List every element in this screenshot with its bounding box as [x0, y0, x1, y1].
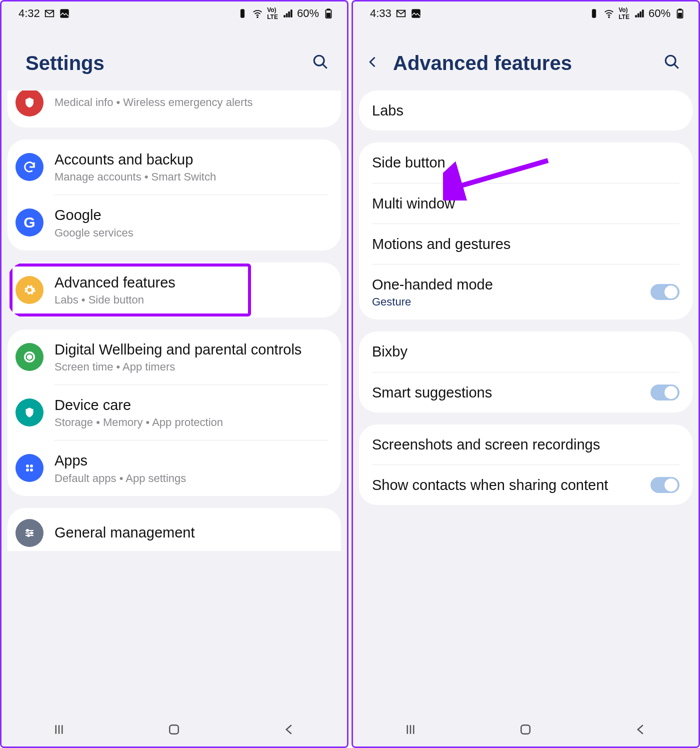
svg-point-15 — [28, 534, 30, 536]
gallery-icon — [59, 8, 70, 19]
google-icon: G — [16, 208, 44, 236]
signal-icon — [634, 8, 644, 19]
settings-card-advanced: Advanced features Labs • Side button — [8, 262, 341, 318]
card-labs: Labs — [359, 90, 692, 130]
settings-item-subtitle: Screen time • App timers — [54, 360, 328, 374]
back-button[interactable] — [634, 722, 648, 739]
card-screenshots: Screenshots and screen recordings Show c… — [359, 424, 692, 506]
sync-icon — [16, 153, 44, 181]
item-title: Motions and gestures — [372, 235, 680, 253]
battery-saver-icon — [237, 8, 248, 19]
item-title: Side button — [372, 154, 680, 172]
item-title: Show contacts when sharing content — [372, 476, 650, 494]
settings-item-apps[interactable]: Apps Default apps • App settings — [8, 440, 341, 496]
settings-item-device-care[interactable]: Device care Storage • Memory • App prote… — [8, 385, 341, 440]
settings-item-subtitle: Default apps • App settings — [54, 472, 328, 485]
settings-card-general: General management — [8, 508, 341, 551]
search-button[interactable] — [658, 48, 686, 78]
svg-point-8 — [28, 355, 32, 358]
svg-point-13 — [26, 530, 28, 532]
svg-rect-16 — [170, 725, 179, 734]
svg-point-23 — [666, 56, 676, 66]
item-labs[interactable]: Labs — [359, 90, 692, 130]
settings-item-title: Advanced features — [54, 274, 328, 292]
apps-icon — [16, 454, 44, 482]
svg-point-14 — [30, 532, 32, 534]
recents-button[interactable] — [403, 722, 418, 739]
item-multi-window[interactable]: Multi window — [359, 184, 692, 224]
toggle-one-handed[interactable] — [650, 284, 680, 300]
item-bixby[interactable]: Bixby — [359, 332, 692, 372]
page-title: Advanced features — [393, 52, 658, 74]
sliders-icon — [16, 519, 44, 547]
battery-saver-icon — [588, 8, 600, 19]
settings-item-title: Accounts and backup — [54, 150, 328, 168]
volte-icon: Vo)LTE — [267, 6, 278, 20]
status-time: 4:33 — [370, 7, 392, 20]
svg-rect-21 — [678, 13, 682, 17]
settings-item-title: General management — [54, 524, 328, 542]
svg-point-19 — [608, 16, 610, 18]
search-icon — [664, 54, 680, 70]
svg-rect-24 — [522, 725, 530, 734]
settings-list: Medical info • Wireless emergency alerts… — [2, 90, 347, 714]
svg-point-9 — [26, 464, 29, 468]
battery-icon — [323, 8, 334, 19]
item-motions-gestures[interactable]: Motions and gestures — [359, 224, 692, 264]
settings-item-safety[interactable]: Medical info • Wireless emergency alerts — [8, 90, 341, 128]
item-title: One-handed mode — [372, 276, 650, 294]
item-side-button[interactable]: Side button — [359, 142, 692, 182]
settings-item-subtitle: Storage • Memory • App protection — [54, 416, 328, 429]
status-battery-pct: 60% — [297, 7, 319, 20]
chevron-left-icon — [366, 55, 380, 69]
device-care-icon — [16, 398, 44, 426]
status-battery-pct: 60% — [648, 7, 670, 20]
home-button[interactable] — [518, 722, 533, 739]
back-button[interactable] — [282, 722, 297, 739]
toggle-smart-suggestions[interactable] — [650, 384, 680, 400]
wifi-icon — [604, 8, 614, 19]
settings-card-device: Digital Wellbeing and parental controls … — [8, 330, 341, 496]
settings-item-accounts-backup[interactable]: Accounts and backup Manage accounts • Sm… — [8, 140, 341, 194]
svg-rect-18 — [592, 10, 596, 18]
recents-button[interactable] — [52, 722, 66, 739]
svg-rect-17 — [412, 10, 420, 18]
wifi-icon — [252, 8, 263, 19]
svg-point-12 — [30, 468, 33, 472]
battery-icon — [674, 8, 686, 19]
item-one-handed-mode[interactable]: One-handed mode Gesture — [359, 264, 692, 320]
gmail-icon — [44, 8, 55, 19]
settings-item-google[interactable]: G Google Google services — [8, 195, 341, 250]
settings-card-safety: Medical info • Wireless emergency alerts — [8, 90, 341, 128]
svg-point-11 — [26, 468, 29, 472]
svg-rect-5 — [327, 9, 330, 10]
gallery-icon — [410, 8, 422, 19]
gmail-icon — [396, 8, 406, 19]
item-title: Smart suggestions — [372, 384, 650, 402]
nav-bar — [2, 714, 347, 746]
settings-item-title: Device care — [54, 396, 328, 414]
item-smart-suggestions[interactable]: Smart suggestions — [359, 372, 692, 412]
settings-item-title: Digital Wellbeing and parental controls — [54, 340, 328, 358]
settings-item-subtitle: Google services — [54, 226, 328, 240]
back-button[interactable] — [366, 55, 380, 71]
settings-item-advanced-features[interactable]: Advanced features Labs • Side button — [8, 262, 341, 318]
svg-rect-22 — [678, 9, 682, 10]
item-title: Screenshots and screen recordings — [372, 436, 680, 454]
toggle-show-contacts[interactable] — [650, 477, 680, 493]
settings-item-title: Google — [54, 206, 328, 224]
svg-rect-4 — [326, 13, 330, 17]
settings-item-title: Apps — [54, 452, 328, 470]
item-screenshots[interactable]: Screenshots and screen recordings — [359, 424, 692, 464]
item-title: Bixby — [372, 342, 680, 360]
home-button[interactable] — [166, 722, 182, 739]
svg-point-2 — [257, 16, 258, 18]
settings-item-wellbeing[interactable]: Digital Wellbeing and parental controls … — [8, 330, 341, 384]
search-button[interactable] — [307, 48, 334, 78]
search-icon — [312, 54, 329, 70]
gear-icon — [16, 276, 44, 304]
settings-item-general-management[interactable]: General management — [8, 508, 341, 551]
item-title: Labs — [372, 102, 680, 120]
svg-point-10 — [30, 464, 33, 468]
item-show-contacts-sharing[interactable]: Show contacts when sharing content — [359, 465, 692, 505]
